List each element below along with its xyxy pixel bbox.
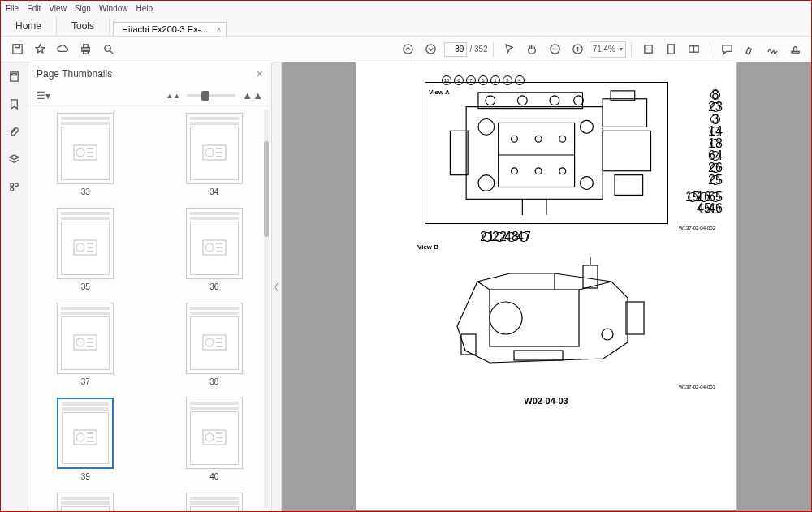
thumb-size-slider[interactable] (187, 94, 235, 97)
menu-file[interactable]: File (6, 4, 19, 13)
svg-point-22 (15, 183, 18, 186)
svg-rect-3 (83, 45, 88, 48)
svg-point-90 (511, 136, 517, 142)
svg-point-21 (11, 183, 14, 186)
svg-point-23 (11, 187, 14, 191)
page-down-icon[interactable] (421, 40, 440, 59)
panel-scrollbar[interactable] (264, 110, 269, 508)
main-toolbar: / 352 71.4% (1, 37, 811, 62)
sign-icon[interactable] (762, 40, 782, 59)
read-mode-icon[interactable] (684, 40, 703, 59)
svg-rect-74 (466, 107, 603, 200)
svg-point-87 (580, 177, 593, 190)
svg-point-84 (477, 118, 494, 135)
panel-toolbar: ☰▾ ▲▲ ▲▲ (28, 85, 271, 106)
svg-point-45 (76, 338, 84, 346)
page-up-icon[interactable] (398, 40, 417, 59)
tab-home[interactable]: Home (1, 16, 57, 36)
page-total: / 352 (469, 45, 487, 54)
document-page: View A 10675154 (356, 62, 737, 511)
menu-bar: File Edit View Sign Window Help (1, 1, 811, 15)
svg-rect-82 (603, 131, 650, 170)
thumbnail-item[interactable]: 39 (57, 398, 114, 481)
star-icon[interactable] (30, 40, 50, 59)
pointer-icon[interactable] (500, 40, 520, 59)
svg-point-100 (490, 302, 522, 334)
svg-rect-80 (603, 99, 646, 127)
fit-width-icon[interactable] (638, 40, 658, 59)
svg-point-76 (485, 96, 495, 105)
callout-bubble: 47 (519, 232, 529, 242)
tags-rail-icon[interactable] (6, 178, 24, 196)
svg-rect-75 (477, 93, 582, 109)
menu-sign[interactable]: Sign (75, 4, 91, 13)
document-tab[interactable]: Hitachi Ex200-3 Ex-... × (113, 22, 227, 36)
content-body: Page Thumbnails × ☰▾ ▲▲ ▲▲ 3334353637383… (1, 62, 811, 511)
svg-rect-99 (490, 290, 579, 346)
svg-point-93 (511, 168, 517, 174)
hand-icon[interactable] (523, 40, 542, 59)
document-tab-label: Hitachi Ex200-3 Ex-... (122, 24, 208, 34)
app-window: File Edit View Sign Window Help Home Too… (0, 0, 812, 512)
menu-help[interactable]: Help (136, 4, 153, 13)
panel-collapse-grip[interactable] (272, 62, 282, 511)
cloud-icon[interactable] (53, 40, 72, 59)
callout-bubble: 3 (710, 114, 720, 124)
svg-point-86 (580, 120, 593, 133)
highlight-icon[interactable] (740, 40, 759, 59)
thumbnail-label: 37 (81, 377, 90, 386)
thumbnail-item[interactable]: 41 (57, 493, 114, 511)
thumbnail-item[interactable]: 37 (57, 303, 114, 386)
thumb-large-icon[interactable]: ▲▲ (242, 89, 263, 101)
fit-page-icon[interactable] (661, 40, 680, 59)
page-number-input[interactable] (444, 42, 467, 57)
thumb-small-icon[interactable]: ▲▲ (166, 92, 180, 100)
close-tab-icon[interactable]: × (217, 25, 222, 34)
thumbnail-item[interactable]: 34 (186, 113, 243, 196)
thumbnail-item[interactable]: 42 (186, 493, 243, 511)
figure-view-b: View B (377, 245, 715, 389)
callout-bubble: 25 (710, 175, 720, 185)
tab-bar: Home Tools Hitachi Ex200-3 Ex-... × (1, 15, 811, 37)
save-icon[interactable] (7, 40, 27, 59)
panel-options-icon[interactable]: ☰▾ (37, 90, 50, 101)
menu-window[interactable]: Window (99, 4, 128, 13)
zoom-in-icon[interactable] (568, 40, 588, 59)
svg-rect-18 (791, 51, 798, 53)
svg-point-94 (535, 168, 542, 174)
thumbnails-rail-icon[interactable] (6, 67, 24, 85)
svg-point-40 (205, 243, 214, 252)
search-icon[interactable] (98, 40, 118, 59)
svg-point-79 (573, 96, 583, 105)
zoom-out-icon[interactable] (546, 40, 565, 59)
menu-edit[interactable]: Edit (27, 4, 41, 13)
callout-bubble: 64 (710, 151, 720, 161)
stamp-icon[interactable] (785, 40, 805, 59)
layers-rail-icon[interactable] (6, 150, 24, 168)
tab-tools[interactable]: Tools (57, 16, 110, 36)
svg-rect-83 (615, 175, 643, 196)
bookmark-rail-icon[interactable] (6, 95, 24, 113)
panel-title: Page Thumbnails (37, 68, 112, 80)
svg-rect-103 (626, 302, 644, 334)
thumbnail-item[interactable]: 33 (57, 113, 114, 196)
callout-bubble: 46 (710, 204, 720, 213)
print-icon[interactable] (76, 40, 95, 59)
svg-point-25 (76, 148, 84, 157)
document-viewer[interactable]: View A 10675154 (282, 62, 811, 511)
callout-bubble: 8 (710, 90, 720, 100)
attachment-rail-icon[interactable] (6, 123, 24, 140)
thumbnails-list[interactable]: 33343536373839404142 (28, 106, 271, 511)
menu-view[interactable]: View (49, 4, 67, 13)
comment-icon[interactable] (717, 40, 736, 59)
svg-point-7 (404, 45, 412, 54)
panel-close-icon[interactable]: × (257, 67, 263, 80)
svg-point-55 (76, 433, 84, 441)
zoom-select[interactable]: 71.4% (590, 41, 626, 58)
svg-point-8 (426, 45, 435, 54)
thumbnail-item[interactable]: 38 (186, 303, 243, 386)
thumbnail-item[interactable]: 35 (57, 208, 114, 291)
thumbnail-item[interactable]: 36 (186, 208, 243, 291)
svg-point-50 (205, 338, 214, 346)
thumbnail-item[interactable]: 40 (186, 398, 243, 481)
